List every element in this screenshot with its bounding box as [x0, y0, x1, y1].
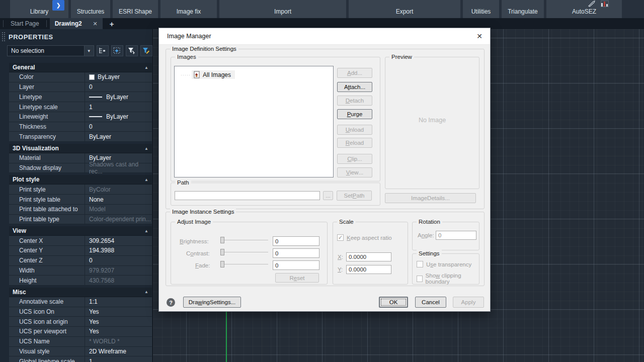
quick-select-button[interactable]	[126, 45, 138, 56]
ribbon-tab-image-fix[interactable]: Image fix	[160, 0, 217, 18]
dialog-titlebar[interactable]: Image Manager ✕	[159, 28, 490, 45]
cancel-button[interactable]: Cancel	[415, 297, 446, 308]
property-value-global-linetype-scale[interactable]: 1	[85, 356, 152, 362]
lineweight-sample-icon	[89, 116, 102, 117]
property-value-center-y[interactable]: 194.3988	[85, 246, 152, 255]
property-value-color[interactable]: ByLayer	[85, 72, 152, 82]
use-transparency-label: Use transparency	[426, 261, 471, 267]
ok-button[interactable]: OK	[379, 297, 408, 308]
reset-button[interactable]: Reset	[275, 273, 319, 283]
tab-start-page[interactable]: Start Page	[7, 20, 43, 27]
property-row: Print style table None	[9, 195, 152, 205]
quick-select-funnel-icon	[128, 47, 135, 54]
tab-close-icon[interactable]: ✕	[93, 21, 97, 27]
fade-input[interactable]: 0	[273, 260, 319, 270]
rotation-group: Rotation Angle: 0	[412, 222, 479, 250]
property-value-visual-style[interactable]: 2D Wireframe	[85, 347, 152, 356]
scale-y-input[interactable]: 0.0000	[346, 265, 391, 274]
attach-button[interactable]: Attach...	[337, 82, 372, 92]
property-value-annotative-scale[interactable]: 1:1	[85, 297, 152, 307]
filter-edit-button[interactable]	[140, 45, 152, 56]
palette-grip[interactable]	[2, 32, 6, 42]
property-value-layer[interactable]: 0	[85, 82, 152, 92]
property-row: Print style ByColor	[9, 185, 152, 195]
chart-tool-icon[interactable]	[601, 1, 609, 7]
help-button[interactable]: ?	[167, 298, 175, 307]
ribbon-tab-structures[interactable]: Structures	[71, 0, 110, 18]
keep-aspect-checkbox-row[interactable]: ✓ Keep aspect ratio	[337, 234, 392, 241]
show-clipping-checkbox[interactable]	[417, 276, 423, 282]
section-header-general[interactable]: General ▲	[9, 63, 152, 72]
section-header-3d-visualization[interactable]: 3D Visualization ▲	[9, 144, 152, 153]
tab-separator	[46, 20, 47, 27]
select-objects-button[interactable]	[111, 45, 123, 56]
property-value-thickness[interactable]: 0	[85, 122, 152, 132]
apply-button[interactable]: Apply	[453, 297, 484, 308]
ribbon-tab-autosez[interactable]: AutoSEZ	[546, 0, 622, 18]
property-row: Lineweight ByLayer	[9, 112, 152, 122]
collapse-icon[interactable]: ▲	[144, 65, 148, 70]
scale-x-input[interactable]: 0.0000	[346, 252, 391, 261]
unload-button[interactable]: Unload	[337, 125, 372, 135]
property-row: UCS icon On Yes	[9, 307, 152, 317]
view-button[interactable]: View...	[337, 167, 372, 177]
ribbon-tab-esri-shape[interactable]: ESRI Shape	[113, 0, 158, 18]
show-clipping-row[interactable]: Show clipping boundary	[417, 273, 479, 285]
image-details-button[interactable]: Image Details...	[385, 193, 476, 203]
use-transparency-row[interactable]: Use transparency	[417, 261, 471, 267]
collapse-icon[interactable]: ▲	[144, 290, 148, 294]
collapse-icon[interactable]: ▲	[144, 177, 148, 182]
tab-drawing2[interactable]: Drawing2 ✕	[50, 18, 103, 29]
combobox-dropdown-icon[interactable]: ▼	[84, 46, 94, 56]
set-path-button[interactable]: Set Path	[337, 191, 372, 201]
property-value-center-z[interactable]: 0	[85, 256, 152, 265]
pencil-tool-icon[interactable]	[588, 1, 596, 7]
fade-slider[interactable]	[220, 261, 268, 267]
section-header-view[interactable]: View ▲	[9, 226, 152, 236]
property-value-ucs-per-viewport[interactable]: Yes	[85, 327, 152, 336]
tree-item-all-images[interactable]: ····· All Images	[181, 70, 333, 79]
select-plus-icon	[113, 47, 121, 54]
collapse-icon[interactable]: ▲	[144, 146, 148, 151]
pickadd-toggle-button[interactable]	[97, 45, 109, 56]
property-value-linetype[interactable]: ByLayer	[85, 92, 152, 102]
property-row: Visual style 2D Wireframe	[9, 347, 152, 357]
keep-aspect-checkbox[interactable]: ✓	[337, 234, 344, 241]
path-input[interactable]	[175, 191, 320, 200]
collapse-icon[interactable]: ▲	[144, 229, 148, 233]
property-value-print-style-table[interactable]: None	[85, 195, 152, 204]
use-transparency-checkbox[interactable]	[417, 261, 423, 267]
property-value-ucs-icon-on[interactable]: Yes	[85, 307, 152, 317]
brightness-slider[interactable]	[220, 237, 268, 243]
property-value-transparency[interactable]: ByLayer	[85, 132, 152, 141]
contrast-input[interactable]: 0	[273, 248, 319, 258]
section-header-plot-style[interactable]: Plot style ▲	[9, 175, 152, 185]
brightness-input[interactable]: 0	[273, 236, 319, 246]
contrast-slider[interactable]	[220, 249, 268, 255]
detach-button[interactable]: Detach	[337, 96, 372, 106]
clip-button[interactable]: Clip...	[337, 154, 372, 164]
property-value-ucs-icon-origin[interactable]: Yes	[85, 317, 152, 326]
add-button[interactable]: Add...	[337, 68, 372, 78]
reload-button[interactable]: Reload	[337, 138, 372, 148]
selection-combobox[interactable]: No selection ▼	[7, 45, 94, 56]
purge-button[interactable]: Purge	[337, 109, 372, 119]
ribbon-expand-button[interactable]: ❯	[52, 0, 64, 11]
property-value-center-x[interactable]: 309.2654	[85, 236, 152, 245]
ribbon-tab-triangulate[interactable]: Triangulate	[502, 0, 544, 18]
ribbon-tab-import[interactable]: Import	[219, 0, 346, 18]
images-tree[interactable]: ····· All Images	[174, 66, 334, 177]
new-tab-button[interactable]: +	[110, 20, 114, 28]
palette-title: PROPERTIES	[9, 33, 53, 41]
ribbon-tab-export[interactable]: Export	[349, 0, 460, 18]
tab-separator	[3, 20, 4, 27]
angle-input[interactable]: 0	[436, 231, 476, 240]
property-value-linetype-scale[interactable]: 1	[85, 102, 152, 112]
dialog-close-icon[interactable]: ✕	[469, 28, 490, 45]
drawing-settings-button[interactable]: Drawing Settings...	[183, 297, 241, 308]
browse-path-button[interactable]: ...	[323, 191, 333, 200]
property-row: Thickness 0	[9, 122, 152, 132]
ribbon-tab-utilities[interactable]: Utilities	[463, 0, 499, 18]
property-value-lineweight[interactable]: ByLayer	[85, 112, 152, 122]
section-header-misc[interactable]: Misc ▲	[9, 288, 152, 297]
